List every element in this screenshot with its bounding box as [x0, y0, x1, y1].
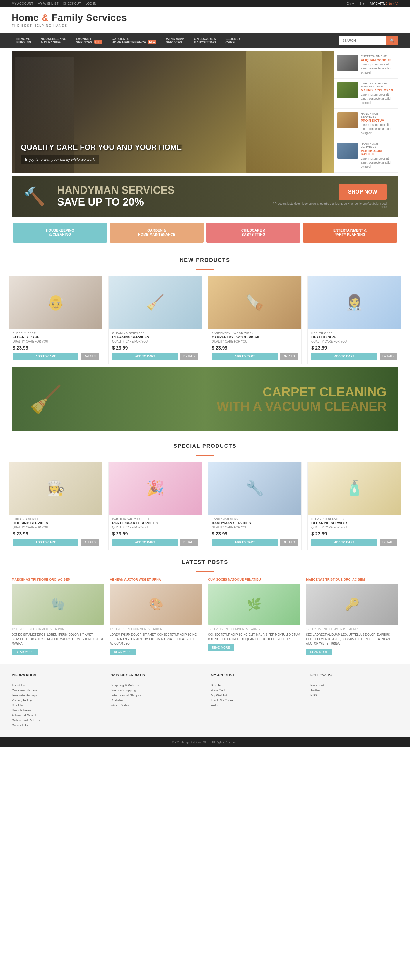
login-link[interactable]: LOG IN: [85, 2, 96, 5]
nav-in-home-nursing[interactable]: IN-HOMENURSING: [12, 33, 36, 48]
footer-orders[interactable]: Orders and Returns: [12, 718, 100, 722]
my-account-link[interactable]: MY ACCOUNT: [12, 2, 33, 5]
shop-now-button[interactable]: Shop Now: [339, 184, 386, 200]
banner-sub: * Praesent justo dolor, lobortis quis, l…: [269, 202, 386, 208]
product-info-2: CLEANING SERVICES CLEANING SERVICES QUAL…: [109, 329, 202, 343]
cat-tile-childcare[interactable]: CHILDCARE &BABYSITTING: [206, 223, 300, 242]
hero-title-3[interactable]: PROIN DICTUM: [361, 119, 394, 122]
special-cart-button-4[interactable]: ADD TO CART: [311, 539, 377, 546]
language-selector[interactable]: En ▼: [347, 2, 355, 5]
special-actions-2: ADD TO CART Details: [109, 537, 202, 546]
post-title-3: CUM SOCIIS NATOQUE PENATIBU: [208, 578, 300, 581]
footer-contact[interactable]: Contact Us: [12, 724, 100, 727]
cat-tile-entertainment[interactable]: ENTERTAINMENT &PARTY PLANNING: [303, 223, 397, 242]
carpet-line2: WITH A VACUUM CLEANER: [24, 399, 386, 414]
special-info-1: COOKING SERVICES COOKING SERVICES QUALIT…: [9, 515, 102, 529]
post-date-3: 12.11.2015: [208, 628, 223, 631]
special-actions-4: ADD TO CART Details: [308, 537, 401, 546]
footer-signin[interactable]: Sign In: [211, 684, 299, 687]
latest-posts-header: LATEST POSTS: [0, 550, 410, 571]
special-name-1: COOKING SERVICES: [13, 521, 99, 525]
footer-view-cart[interactable]: View Cart: [211, 689, 299, 692]
search-button[interactable]: 🔍: [386, 37, 398, 45]
special-cat-3: HANDYMAN SERVICES: [212, 517, 298, 520]
footer-advanced-search[interactable]: Advanced Search: [12, 713, 100, 717]
footer-shipping[interactable]: Shipping & Returns: [111, 684, 199, 687]
hero-title-4[interactable]: VESTIBULUM IACULIS: [361, 149, 394, 156]
footer-group-sales[interactable]: Group Sales: [111, 703, 199, 707]
footer-track-order[interactable]: Track My Order: [211, 698, 299, 702]
checkout-link[interactable]: CHECKOUT: [63, 2, 81, 5]
special-details-button-4[interactable]: Details: [380, 539, 397, 546]
details-button-1[interactable]: Details: [81, 353, 99, 360]
new-products-grid: 👴 ELDERLY CARE ELDERLY CARE QUALITY CARE…: [0, 276, 410, 364]
nav-childcare[interactable]: CHILDCARE &BABYSITTING: [189, 33, 221, 48]
footer-about[interactable]: About Us: [12, 684, 100, 687]
special-details-button-3[interactable]: Details: [280, 539, 298, 546]
special-desc-4: QUALITY CARE FOR YOU: [311, 526, 397, 529]
nav-garden[interactable]: GARDEN &HOME MAINTENANCE NEW: [107, 33, 161, 48]
hero-content: QUALITY CARE FOR YOU AND YOUR HOME Enjoy…: [12, 134, 190, 173]
currency-selector[interactable]: $ ▼: [359, 2, 365, 5]
footer-help[interactable]: Help: [211, 703, 299, 707]
hero-title-2[interactable]: MAURIS ACCUMSAN: [361, 89, 394, 92]
product-name-4: HEALTH CARE: [311, 335, 397, 339]
post-img-2: 🎨: [110, 584, 202, 625]
product-actions-4: ADD TO CART Details: [308, 351, 401, 360]
cart-info[interactable]: MY CART: 0 item(s): [370, 2, 398, 5]
copyright: © 2015 Magento Demo Store. All Rights Re…: [172, 741, 238, 744]
nav-housekeeping[interactable]: HOUSEKEEPING& CLEANING: [36, 33, 71, 48]
nav-elderly[interactable]: ELDERLYCARE: [221, 33, 245, 48]
cat-tile-housekeeping[interactable]: HOUSEKEEPING& CLEANING: [13, 223, 107, 242]
add-to-cart-button-4[interactable]: ADD TO CART: [311, 353, 377, 360]
footer-why: WHY BUY FROM US Shipping & Returns Secur…: [111, 673, 199, 729]
special-img-2: 🎉: [109, 462, 202, 515]
read-more-button-1[interactable]: READ MORE: [12, 649, 38, 655]
special-details-button-1[interactable]: Details: [81, 539, 99, 546]
footer-template-settings[interactable]: Template Settings: [12, 694, 100, 697]
footer-info: INFORMATION About Us Customer Service Te…: [12, 673, 100, 729]
footer-wishlist[interactable]: My Wishlist: [211, 694, 299, 697]
footer-secure[interactable]: Secure Shopping: [111, 689, 199, 692]
special-cart-button-1[interactable]: ADD TO CART: [13, 539, 79, 546]
add-to-cart-button-3[interactable]: ADD TO CART: [212, 353, 278, 360]
footer-twitter[interactable]: Twitter: [310, 689, 398, 692]
hero-sidebar: ENTERTAINMENT ALIQUAM CONGUE Lorem ipsum…: [334, 51, 398, 173]
read-more-button-4[interactable]: READ MORE: [306, 649, 332, 655]
cat-tile-garden[interactable]: GARDEN &HOME MAINTENANCE: [110, 223, 204, 242]
hero-headline: QUALITY CARE FOR YOU AND YOUR HOME: [21, 143, 182, 152]
product-info-3: CARPENTRY / WOOD WORK CARPENTRY / WOOD W…: [208, 329, 301, 343]
special-details-button-2[interactable]: Details: [180, 539, 198, 546]
post-card-3: CUM SOCIIS NATOQUE PENATIBU 🌿 12.11.2015…: [208, 578, 300, 655]
footer-international[interactable]: International Shipping: [111, 694, 199, 697]
nav-laundry[interactable]: LAUNDRYSERVICES HOT: [71, 33, 107, 48]
details-button-4[interactable]: Details: [380, 353, 397, 360]
special-price-3: $ 23.99: [208, 529, 301, 537]
add-to-cart-button-1[interactable]: ADD TO CART: [13, 353, 79, 360]
footer-facebook[interactable]: Facebook: [310, 684, 398, 687]
posts-grid: MAECENAS TRISTIQUE ORCI AC SEM 🧤 12.11.2…: [0, 578, 410, 664]
search-input[interactable]: [339, 37, 386, 45]
wishlist-link[interactable]: MY WISHLIST: [38, 2, 58, 5]
footer-privacy[interactable]: Privacy Policy: [12, 698, 100, 702]
footer-sitemap[interactable]: Site Map: [12, 703, 100, 707]
special-price-1: $ 23.99: [9, 529, 102, 537]
special-cart-button-2[interactable]: ADD TO CART: [112, 539, 178, 546]
footer-rss[interactable]: RSS: [310, 694, 398, 697]
post-excerpt-4: SED LAOREET ALIQUAM LEO. UT TELLUS DOLOR…: [306, 633, 398, 646]
read-more-button-3[interactable]: READ MORE: [208, 644, 234, 651]
post-img-1: 🧤: [12, 584, 104, 625]
hero-main: QUALITY CARE FOR YOU AND YOUR HOME Enjoy…: [12, 51, 334, 173]
footer-search-terms[interactable]: Search Terms: [12, 708, 100, 712]
special-info-4: CLEANING SERVICES CLEANING SERVICES QUAL…: [308, 515, 401, 529]
add-to-cart-button-2[interactable]: ADD TO CART: [112, 353, 178, 360]
nav-handyman[interactable]: HANDYMANSERVICES: [161, 33, 189, 48]
details-button-2[interactable]: Details: [180, 353, 198, 360]
footer-customer-service[interactable]: Customer Service: [12, 689, 100, 692]
read-more-button-2[interactable]: READ MORE: [110, 649, 136, 655]
special-cart-button-3[interactable]: ADD TO CART: [212, 539, 278, 546]
post-img-3: 🌿: [208, 584, 300, 625]
details-button-3[interactable]: Details: [280, 353, 298, 360]
hero-title-1[interactable]: ALIQUAM CONGUE: [361, 58, 394, 62]
footer-affiliates[interactable]: Affiliates: [111, 698, 199, 702]
